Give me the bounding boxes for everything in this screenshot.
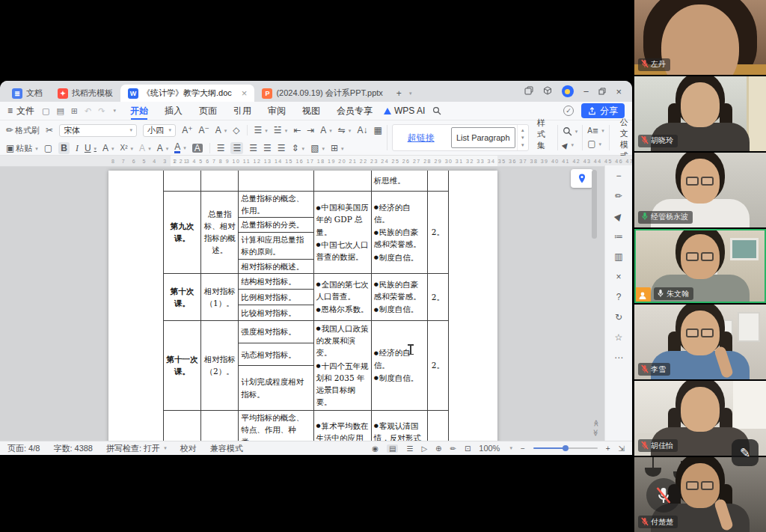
more-rail-icon[interactable]: ⋯ (614, 352, 623, 363)
find-button[interactable]: ▾ (563, 126, 578, 136)
zoom-slider[interactable] (533, 447, 598, 449)
select-rail-icon[interactable]: ▶ (613, 210, 625, 222)
char-scale-button[interactable]: A▾ (320, 126, 332, 135)
wps-ai-button[interactable]: WPS AI (384, 106, 425, 116)
tab-list-dropdown-icon[interactable]: ▾ (409, 91, 412, 97)
share-button[interactable]: 分享 (581, 103, 625, 118)
outline-view-icon[interactable]: ☰ (406, 444, 413, 453)
char-border-button[interactable]: A (192, 144, 203, 153)
underline-button[interactable]: U▾ (85, 144, 96, 153)
highlight-button[interactable]: A▾ (157, 144, 169, 153)
document-tab[interactable]: ✦找稻壳模板 (50, 85, 120, 102)
edit-mode-icon[interactable]: ✏ (450, 444, 456, 453)
menu-item-5[interactable]: 视图 (294, 102, 328, 120)
zoom-dropdown-icon[interactable]: ▾ (509, 445, 512, 451)
select-tool-button[interactable]: ▶▾ (563, 141, 578, 149)
document-tab[interactable]: ≣文档 (4, 85, 50, 102)
word-count[interactable]: 字数: 4388 (53, 443, 93, 454)
quickbar-dropdown-icon[interactable]: ▾ (113, 108, 116, 114)
bullet-list-button[interactable]: ☰▾ (254, 126, 268, 135)
horizontal-ruler[interactable]: 8 7 6 5 4 3 2 1 1 2 3 4 5 6 7 8 9 10 11 … (0, 156, 632, 167)
sort-button[interactable]: A↓ (357, 126, 367, 135)
decrease-font-button[interactable]: A⁻ (198, 126, 209, 135)
pen-rail-icon[interactable]: ✏ (615, 191, 622, 201)
increase-indent-button[interactable]: ⇥ (307, 126, 314, 135)
participant-tile[interactable]: 付楚楚 (634, 457, 766, 532)
proofread-button[interactable]: 校对 (180, 443, 197, 454)
app-cube-icon[interactable] (543, 86, 552, 97)
undo-icon[interactable]: ↶ (85, 106, 91, 116)
menu-item-1[interactable]: 插入 (156, 102, 191, 120)
close-tab-icon[interactable]: × (242, 88, 248, 99)
paste-button[interactable]: ▣粘贴▾ (6, 144, 38, 153)
fullscreen-icon[interactable]: ⇲ (619, 444, 625, 453)
clear-format-button[interactable]: ◇ (233, 126, 239, 135)
vertical-scrollbar[interactable] (592, 170, 597, 239)
document-page[interactable]: 析思维。第九次课。总量指标、相对指标的概述。总量指标的概念、作用。●中国和美国历… (108, 171, 497, 441)
copy-button[interactable]: ▢ (44, 144, 52, 153)
strikethrough-button[interactable]: A▾ (102, 144, 114, 153)
eye-protect-icon[interactable]: ◉ (372, 444, 379, 453)
zoom-out-button[interactable]: − (521, 444, 525, 453)
official-doc-mode-button[interactable]: 公文模式 (614, 122, 632, 153)
show-marks-button[interactable]: ▦ (373, 126, 382, 135)
borders-button[interactable]: ⊞▾ (331, 144, 344, 153)
zoom-in-button[interactable]: + (606, 444, 610, 453)
menu-item-4[interactable]: 审阅 (260, 102, 294, 120)
bold-button[interactable]: B (58, 142, 70, 154)
new-tab-button[interactable]: + (396, 88, 402, 99)
increase-font-button[interactable]: A⁺ (182, 126, 192, 135)
menu-item-2[interactable]: 页面 (191, 102, 225, 120)
superscript-button[interactable]: X²▾ (120, 144, 134, 152)
shading-button[interactable]: ▧▾ (310, 144, 325, 153)
menu-item-6[interactable]: 会员专享 (328, 102, 381, 120)
cut-button[interactable]: ✂ (46, 126, 53, 135)
justify-button[interactable]: ☰ (263, 144, 272, 153)
align-center-button[interactable]: ☰ (230, 142, 243, 154)
align-left-button[interactable]: ☰ (217, 144, 225, 153)
numbered-list-button[interactable]: ☱▾ (274, 126, 287, 135)
minimize-button[interactable]: − (583, 86, 589, 97)
selection-pane-button[interactable]: ▢▾ (587, 139, 604, 148)
search-button[interactable] (432, 106, 441, 115)
style-list-paragraph[interactable]: List Paragraph (451, 127, 515, 148)
menu-item-0[interactable]: 开始 (122, 102, 156, 120)
save-icon[interactable]: ▢ (42, 106, 49, 116)
font-name-select[interactable]: 宋体▾ (59, 124, 137, 137)
web-view-icon[interactable]: ⊕ (435, 444, 441, 453)
style-gallery-scroll[interactable]: ▲▼▼ (517, 125, 528, 150)
document-canvas[interactable]: 析思维。第九次课。总量指标、相对指标的概述。总量指标的概念、作用。●中国和美国历… (0, 167, 632, 441)
align-right-button[interactable]: ☰ (249, 144, 257, 153)
text-effect-button[interactable]: A▾ (215, 126, 227, 135)
document-tab[interactable]: W《统计学》教学大纲.doc× (120, 85, 254, 102)
italic-button[interactable]: I (76, 144, 79, 153)
settings-rail-icon[interactable]: ≔ (614, 231, 623, 242)
print-icon[interactable]: ▤ (56, 106, 64, 116)
participant-tile[interactable]: 朱文翰 (634, 229, 766, 305)
user-avatar[interactable] (562, 85, 574, 97)
spellcheck-status[interactable]: 拼写检查: 打开▾ (106, 443, 167, 454)
help-rail-icon[interactable]: ? (616, 292, 622, 302)
page-indicator[interactable]: 页面: 4/8 (7, 443, 40, 454)
redo-icon[interactable]: ↷ (98, 106, 105, 116)
close-window-button[interactable]: × (616, 86, 622, 97)
menu-item-3[interactable]: 引用 (225, 102, 260, 120)
workbench-icon[interactable] (524, 86, 533, 97)
text-shadow-button[interactable]: A▾ (139, 144, 151, 153)
print-preview-icon[interactable]: ⊞ (71, 106, 78, 116)
text-tool-button[interactable]: A≣▾ (587, 127, 604, 135)
card-rail-icon[interactable]: ▥ (614, 251, 622, 262)
tools-rail-icon[interactable]: × (616, 272, 621, 282)
text-direction-button[interactable]: ⇋▾ (338, 126, 352, 135)
restore-button[interactable] (598, 86, 606, 97)
participant-tile[interactable]: 李雪 (634, 305, 766, 381)
collapse-rail-icon[interactable]: − (616, 171, 621, 181)
shapes-rail-icon[interactable]: ☆ (615, 332, 623, 343)
location-pin-button[interactable] (571, 169, 593, 188)
document-tab[interactable]: P(2024.09.19) 会计系PPT.pptx (254, 85, 390, 102)
style-hyperlink[interactable]: 超链接 (393, 125, 450, 150)
participant-tile[interactable]: 胡晓玲 (634, 76, 766, 153)
file-menu[interactable]: ≡ 文件 (7, 105, 34, 117)
focus-mode-icon[interactable]: ⊡ (465, 444, 471, 453)
decrease-indent-button[interactable]: ⇤ (293, 126, 301, 135)
